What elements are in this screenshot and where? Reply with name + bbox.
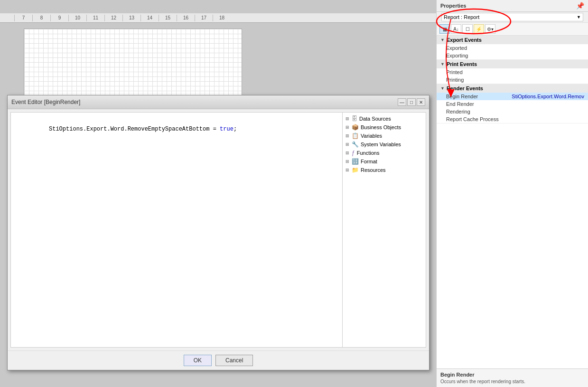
export-events-header[interactable]: ▼ Export Events xyxy=(437,36,588,44)
tree-label-business-objects: Business Objects xyxy=(361,124,401,130)
tree-item-data-sources[interactable]: ⊞ 🗄 Data Sources xyxy=(343,114,426,123)
print-events-label: Print Events xyxy=(447,61,477,67)
variables-icon: 📋 xyxy=(352,132,359,139)
end-render-label: End Render xyxy=(446,101,474,107)
tree-panel: ⊞ 🗄 Data Sources ⊞ 📦 Business Objects ⊞ … xyxy=(343,113,426,347)
exported-label: Exported xyxy=(446,45,467,51)
tree-label-system-variables: System Variables xyxy=(361,142,401,147)
resources-icon: 📁 xyxy=(352,167,359,173)
prop-item-end-render[interactable]: End Render xyxy=(437,100,588,108)
event-editor-dialog[interactable]: Event Editor [BeginRender] — □ ✕ StiOpti… xyxy=(7,95,429,370)
expand-icon: ⊞ xyxy=(345,151,349,155)
ruler-mark: 15 xyxy=(159,15,177,21)
functions-icon: ƒ xyxy=(352,150,355,156)
tree-label-data-sources: Data Sources xyxy=(359,116,391,122)
toolbar-lightning-button[interactable]: ⚡ xyxy=(474,24,484,34)
prop-item-printed[interactable]: Printed xyxy=(437,68,588,76)
tree-label-variables: Variables xyxy=(361,133,382,139)
ruler-mark: 16 xyxy=(177,15,195,21)
system-variables-icon: 🔧 xyxy=(352,141,359,148)
prop-item-report-cache[interactable]: Report Cache Process xyxy=(437,115,588,123)
render-events-header[interactable]: ▼ Render Events xyxy=(437,84,588,93)
prop-item-rendering[interactable]: Rendering xyxy=(437,108,588,115)
ruler-mark: 10 xyxy=(68,15,86,21)
report-selector[interactable]: Report : Report ▼ xyxy=(441,13,583,21)
cancel-button[interactable]: Cancel xyxy=(215,355,253,366)
expand-icon: ⊞ xyxy=(345,168,349,172)
business-objects-icon: 📦 xyxy=(352,124,359,131)
collapse-icon: ▼ xyxy=(440,38,445,42)
expand-icon: ⊞ xyxy=(345,125,349,130)
dialog-close-button[interactable]: ✕ xyxy=(417,98,425,106)
format-icon: 🔢 xyxy=(352,158,359,165)
dialog-footer: OK Cancel xyxy=(8,350,429,370)
properties-panel: Properties 📌 Report : Report ▼ ▦ A↓ ☐ ⚡ … xyxy=(436,0,588,387)
toolbar-gear-button[interactable]: ⚙▾ xyxy=(485,24,495,34)
props-footer: Begin Render Occurs when the report rend… xyxy=(437,368,588,387)
begin-render-label: Begin Render xyxy=(446,94,478,99)
collapse-icon: ▼ xyxy=(440,62,445,66)
ruler-mark: 18 xyxy=(213,15,231,21)
render-events-section: ▼ Render Events Begin Render StiOptions.… xyxy=(437,84,588,123)
code-editor[interactable]: StiOptions.Export.Word.RemoveEmptySpaceA… xyxy=(11,113,343,347)
code-text-prefix: StiOptions.Export.Word.RemoveEmptySpaceA… xyxy=(49,126,220,132)
props-footer-description: Occurs when the report rendering starts. xyxy=(440,379,584,384)
report-selector-text: Report : Report xyxy=(444,14,479,20)
props-content: ▼ Export Events Exported Exporting ▼ Pri… xyxy=(437,36,588,368)
props-toolbar: ▦ A↓ ☐ ⚡ ⚙▾ xyxy=(437,23,588,36)
props-footer-title: Begin Render xyxy=(440,372,584,378)
tree-item-system-variables[interactable]: ⊞ 🔧 System Variables xyxy=(343,140,426,149)
pin-icon[interactable]: 📌 xyxy=(576,2,584,9)
tree-item-business-objects[interactable]: ⊞ 📦 Business Objects xyxy=(343,123,426,132)
ok-button[interactable]: OK xyxy=(184,355,212,366)
tree-item-functions[interactable]: ⊞ ƒ Functions xyxy=(343,149,426,157)
dialog-title: Event Editor [BeginRender] xyxy=(11,99,80,105)
prop-item-exported[interactable]: Exported xyxy=(437,44,588,52)
ruler-mark: 9 xyxy=(50,15,68,21)
prop-item-begin-render[interactable]: Begin Render StiOptions.Export.Word.Remo… xyxy=(437,93,588,100)
printed-label: Printed xyxy=(446,69,463,75)
properties-title: Properties xyxy=(440,3,466,9)
ruler-mark: 17 xyxy=(195,15,213,21)
toolbar-box-button[interactable]: ☐ xyxy=(462,24,473,34)
tree-item-variables[interactable]: ⊞ 📋 Variables xyxy=(343,132,426,140)
ruler-mark: 11 xyxy=(86,15,104,21)
dialog-maximize-button[interactable]: □ xyxy=(407,98,416,106)
expand-icon: ⊞ xyxy=(345,133,349,138)
ruler-marks: 7 8 9 10 11 12 13 14 15 16 17 18 xyxy=(0,15,231,21)
ruler-mark: 12 xyxy=(104,15,122,21)
prop-item-exporting[interactable]: Exporting xyxy=(437,52,588,59)
report-cache-label: Report Cache Process xyxy=(446,116,499,122)
props-header-row: Report : Report ▼ xyxy=(437,12,588,23)
export-events-label: Export Events xyxy=(447,37,482,43)
code-line: StiOptions.Export.Word.RemoveEmptySpaceA… xyxy=(15,116,338,142)
toolbar-sort-button[interactable]: A↓ xyxy=(451,24,461,34)
tree-label-functions: Functions xyxy=(357,150,380,156)
selector-chevron-icon: ▼ xyxy=(577,15,581,19)
render-events-label: Render Events xyxy=(447,85,483,91)
tree-item-format[interactable]: ⊞ 🔢 Format xyxy=(343,157,426,166)
data-sources-icon: 🗄 xyxy=(352,115,357,122)
code-value-true: true xyxy=(220,126,233,132)
tree-item-resources[interactable]: ⊞ 📁 Resources xyxy=(343,166,426,174)
expand-icon: ⊞ xyxy=(345,116,349,121)
prop-item-printing[interactable]: Printing xyxy=(437,76,588,84)
export-events-section: ▼ Export Events Exported Exporting xyxy=(437,36,588,60)
expand-icon: ⊞ xyxy=(345,159,349,164)
printing-label: Printing xyxy=(446,77,464,83)
ruler-mark: 13 xyxy=(122,15,140,21)
dialog-body: StiOptions.Export.Word.RemoveEmptySpaceA… xyxy=(10,112,426,348)
ruler-mark: 7 xyxy=(14,15,32,21)
begin-render-value: StiOptions.Export.Word.Remov xyxy=(512,94,584,99)
toolbar-grid-button[interactable]: ▦ xyxy=(439,24,450,34)
exporting-label: Exporting xyxy=(446,53,468,58)
print-events-header[interactable]: ▼ Print Events xyxy=(437,60,588,68)
ruler-mark: 8 xyxy=(32,15,50,21)
dialog-titlebar[interactable]: Event Editor [BeginRender] — □ ✕ xyxy=(8,95,429,109)
dialog-minimize-button[interactable]: — xyxy=(398,98,406,106)
canvas-area: 7 8 9 10 11 12 13 14 15 16 17 18 Event E… xyxy=(0,0,437,387)
rendering-label: Rendering xyxy=(446,109,470,114)
code-text-semi: ; xyxy=(233,126,237,132)
tree-label-format: Format xyxy=(361,159,377,164)
dialog-controls: — □ ✕ xyxy=(398,98,425,106)
